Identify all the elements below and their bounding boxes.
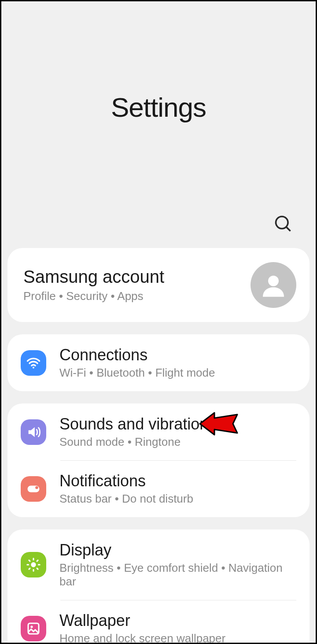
account-subtitle: ProfileSecurityApps (23, 289, 251, 303)
row-subtitle: Home and lock screen wallpaper (59, 632, 296, 644)
account-card: Samsung account ProfileSecurityApps (7, 248, 310, 322)
settings-item-connections[interactable]: Connections Wi-FiBluetoothFlight mode (7, 334, 310, 391)
search-button[interactable] (269, 210, 297, 239)
settings-item-wallpaper[interactable]: Wallpaper Home and lock screen wallpaper (7, 600, 310, 644)
row-subtitle: Sound modeRingtone (59, 435, 296, 449)
row-subtitle: Wi-FiBluetoothFlight mode (59, 366, 296, 380)
row-title: Display (59, 541, 296, 559)
page-title: Settings (111, 92, 206, 123)
settings-item-notifications[interactable]: Notifications Status barDo not disturb (7, 460, 310, 517)
svg-point-0 (276, 217, 288, 229)
display-icon (21, 552, 46, 577)
row-title: Connections (59, 346, 296, 364)
svg-line-1 (286, 227, 290, 231)
row-subtitle: BrightnessEye comfort shieldNavigation b… (59, 561, 296, 588)
svg-point-3 (33, 366, 34, 368)
svg-point-6 (31, 562, 36, 567)
notifications-icon (21, 476, 46, 502)
row-subtitle: Status barDo not disturb (59, 492, 296, 506)
svg-line-13 (29, 568, 30, 569)
settings-item-display[interactable]: Display BrightnessEye comfort shieldNavi… (7, 529, 310, 600)
settings-item-sounds[interactable]: Sounds and vibration Sound modeRingtone (7, 403, 310, 460)
row-title: Notifications (59, 472, 296, 490)
sound-icon (21, 419, 46, 445)
wallpaper-icon (21, 616, 46, 641)
svg-line-11 (29, 560, 30, 561)
samsung-account-row[interactable]: Samsung account ProfileSecurityApps (7, 248, 310, 322)
svg-point-5 (35, 486, 38, 489)
row-title: Sounds and vibration (59, 415, 296, 433)
svg-point-16 (30, 625, 33, 628)
row-title: Wallpaper (59, 611, 296, 630)
settings-group: Display BrightnessEye comfort shieldNavi… (7, 529, 310, 644)
settings-list: Samsung account ProfileSecurityApps Conn… (1, 213, 316, 644)
wifi-icon (21, 350, 46, 376)
account-title: Samsung account (23, 267, 251, 287)
svg-line-14 (37, 560, 38, 561)
settings-header: Settings (1, 1, 316, 213)
settings-group: Sounds and vibration Sound modeRingtone … (7, 403, 310, 517)
avatar (251, 262, 296, 308)
svg-line-12 (37, 568, 38, 569)
svg-point-2 (268, 276, 279, 286)
settings-group: Connections Wi-FiBluetoothFlight mode (7, 334, 310, 391)
search-icon (273, 228, 293, 235)
